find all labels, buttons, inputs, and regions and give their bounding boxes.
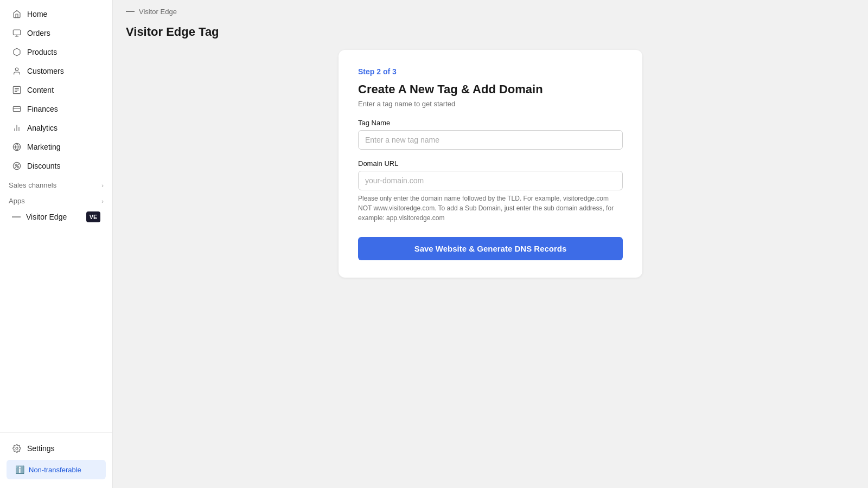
sidebar-item-analytics[interactable]: Analytics bbox=[3, 119, 109, 137]
apps-section[interactable]: Apps › bbox=[0, 191, 112, 207]
sales-channels-section[interactable]: Sales channels › bbox=[0, 176, 112, 191]
visitor-edge-badge: VE bbox=[86, 211, 100, 222]
marketing-icon bbox=[12, 142, 22, 152]
sidebar-item-orders[interactable]: Orders bbox=[3, 24, 109, 42]
settings-label: Settings bbox=[27, 444, 55, 453]
orders-icon bbox=[12, 28, 22, 38]
sidebar-item-marketing[interactable]: Marketing bbox=[3, 138, 109, 156]
sidebar-bottom: Settings ℹ️ Non-transferable bbox=[0, 432, 112, 488]
customers-icon bbox=[12, 66, 22, 76]
visitor-edge-label: Visitor Edge bbox=[26, 213, 81, 221]
main-content: — Visitor Edge Visitor Edge Tag Step 2 o… bbox=[113, 0, 868, 488]
sidebar-item-finances[interactable]: Finances bbox=[3, 100, 109, 118]
card-container: Step 2 of 3 Create A New Tag & Add Domai… bbox=[113, 50, 868, 278]
settings-item[interactable]: Settings bbox=[3, 439, 109, 458]
sidebar-item-home[interactable]: Home bbox=[3, 5, 109, 23]
finances-icon bbox=[12, 104, 22, 114]
svg-point-15 bbox=[15, 164, 17, 166]
discounts-icon bbox=[12, 161, 22, 171]
sidebar-nav: Home Orders Products Customers Content bbox=[0, 0, 112, 432]
apps-chevron-icon: › bbox=[101, 198, 104, 204]
non-transferable-banner: ℹ️ Non-transferable bbox=[7, 460, 106, 479]
sales-channels-chevron-icon: › bbox=[101, 182, 104, 189]
breadcrumb-dash-icon: — bbox=[126, 7, 135, 16]
settings-icon bbox=[12, 444, 22, 453]
sidebar-item-orders-label: Orders bbox=[27, 29, 50, 37]
apps-label: Apps bbox=[9, 197, 25, 205]
create-tag-card: Step 2 of 3 Create A New Tag & Add Domai… bbox=[339, 50, 642, 278]
visitor-edge-dash-icon: — bbox=[12, 212, 21, 222]
breadcrumb: — Visitor Edge bbox=[113, 0, 868, 23]
svg-rect-8 bbox=[13, 106, 20, 111]
tag-name-input[interactable] bbox=[358, 130, 623, 150]
sidebar-item-discounts-label: Discounts bbox=[27, 162, 60, 170]
breadcrumb-text: Visitor Edge bbox=[139, 8, 177, 16]
products-icon bbox=[12, 47, 22, 57]
sidebar-item-finances-label: Finances bbox=[27, 105, 58, 113]
step-label: Step 2 of 3 bbox=[358, 67, 623, 76]
svg-point-3 bbox=[15, 68, 18, 70]
home-icon bbox=[12, 9, 22, 19]
sidebar-item-content-label: Content bbox=[27, 86, 54, 94]
sidebar-item-customers-label: Customers bbox=[27, 67, 64, 75]
content-icon bbox=[12, 85, 22, 95]
non-transferable-label: Non-transferable bbox=[29, 466, 81, 474]
page-title: Visitor Edge Tag bbox=[113, 23, 868, 50]
svg-point-16 bbox=[17, 166, 19, 168]
domain-url-group: Domain URL Please only enter the domain … bbox=[358, 159, 623, 223]
info-icon: ℹ️ bbox=[15, 465, 24, 474]
sales-channels-label: Sales channels bbox=[9, 181, 56, 189]
analytics-icon bbox=[12, 123, 22, 133]
sidebar-item-visitor-edge[interactable]: — Visitor Edge VE bbox=[3, 208, 109, 226]
sidebar-item-marketing-label: Marketing bbox=[27, 143, 60, 151]
save-website-button[interactable]: Save Website & Generate DNS Records bbox=[358, 237, 623, 260]
sidebar-item-home-label: Home bbox=[27, 10, 47, 18]
domain-url-label: Domain URL bbox=[358, 159, 623, 168]
tag-name-label: Tag Name bbox=[358, 119, 623, 127]
sidebar-item-customers[interactable]: Customers bbox=[3, 62, 109, 80]
sidebar: Home Orders Products Customers Content bbox=[0, 0, 113, 488]
domain-url-input[interactable] bbox=[358, 171, 623, 190]
sidebar-item-discounts[interactable]: Discounts bbox=[3, 157, 109, 175]
svg-point-18 bbox=[16, 447, 18, 450]
sidebar-item-content[interactable]: Content bbox=[3, 81, 109, 99]
card-title: Create A New Tag & Add Domain bbox=[358, 82, 623, 97]
tag-name-group: Tag Name bbox=[358, 119, 623, 150]
domain-hint: Please only enter the domain name follow… bbox=[358, 194, 623, 223]
sidebar-item-products-label: Products bbox=[27, 48, 57, 56]
sidebar-item-products[interactable]: Products bbox=[3, 43, 109, 61]
card-subtitle: Enter a tag name to get started bbox=[358, 100, 623, 108]
sidebar-item-analytics-label: Analytics bbox=[27, 124, 58, 132]
svg-rect-0 bbox=[13, 30, 20, 35]
